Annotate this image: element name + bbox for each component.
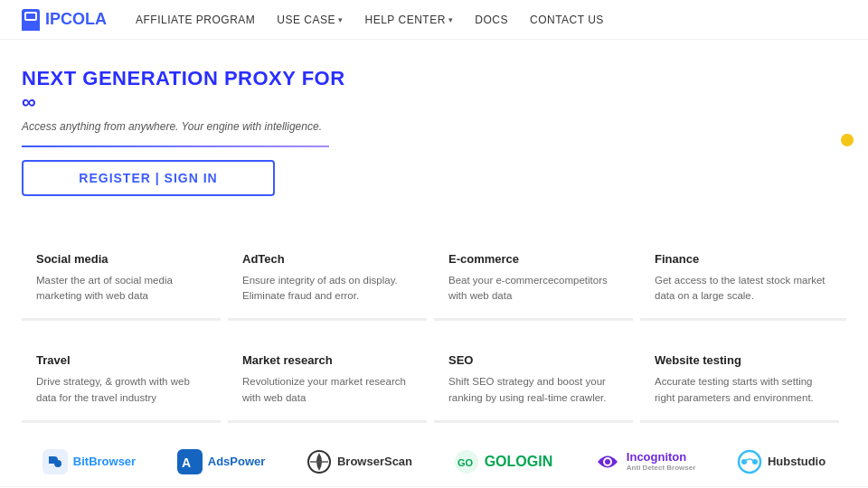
browserscan-icon [307,449,332,474]
nav-links: AFFILIATE PROGRAM USE CASE ▾ HELP CENTER… [136,13,604,26]
use-case-finance: Finance Get access to the latest stock m… [640,241,846,322]
register-sign-in-button[interactable]: REGISTER | SIGN IN [22,160,275,196]
use-case-travel: Travel Drive strategy, & growth with web… [22,343,221,423]
svg-point-8 [605,459,610,465]
svg-text:A: A [182,455,191,470]
use-case-seo: SEO Shift SEO strategy and boost your ra… [434,343,633,423]
use-case-market-research: Market research Revolutionize your marke… [228,343,427,423]
hero-underline [22,145,329,147]
partner-incogniton[interactable]: Incogniton Anti Detect Browser [594,448,695,475]
nav-usecase[interactable]: USE CASE ▾ [277,14,343,26]
svg-text:GO: GO [458,457,474,468]
partner-adspower[interactable]: A AdsPower [177,449,266,474]
hero-subtitle: Access anything from anywhere. Your engi… [22,120,358,133]
chevron-down-icon: ▾ [338,15,344,24]
nav-docs[interactable]: DOCS [475,13,508,26]
incogniton-icon [594,448,621,475]
svg-point-1 [54,460,61,467]
adspower-icon: A [177,449,203,474]
partner-hubstudio[interactable]: Hubstudio [737,449,826,474]
partner-gologin[interactable]: GO GOLOGIN [454,449,553,474]
use-cases-row1: Social media Master the art of social me… [0,223,868,340]
gologin-icon: GO [454,449,479,474]
use-case-adtech: AdTech Ensure integrity of ads on displa… [228,241,427,322]
bitbrowser-icon [42,449,68,474]
partners-row1: BitBrowser A AdsPower BrowserScan GO [0,437,868,487]
hero-title: NEXT GENERATION PROXY FOR ∞ [22,67,358,115]
nav-affiliate[interactable]: AFFILIATE PROGRAM [136,13,255,26]
nav-helpcenter[interactable]: HELP CENTER ▾ [365,14,454,26]
logo-text: IPCOLA [45,10,107,29]
use-case-social-media: Social media Master the art of social me… [22,241,221,322]
hero-infinity: ∞ [22,90,36,113]
nav-contact[interactable]: CONTACT US [530,13,604,26]
use-case-ecommerce: E-commerce Beat your e-commercecompetito… [434,241,633,322]
chevron-down-icon: ▾ [448,15,454,24]
hero-section: NEXT GENERATION PROXY FOR ∞ Access anyth… [0,40,380,214]
navbar: IPCOLA AFFILIATE PROGRAM USE CASE ▾ HELP… [0,0,868,40]
logo-icon [22,9,40,31]
partner-browserscan[interactable]: BrowserScan [307,449,412,474]
yellow-dot-icon [841,134,854,146]
hubstudio-icon [737,449,762,474]
use-cases-row2: Travel Drive strategy, & growth with web… [0,339,868,437]
use-case-website-testing: Website testing Accurate testing starts … [640,343,839,423]
logo[interactable]: IPCOLA [22,9,107,31]
partner-bitbrowser[interactable]: BitBrowser [42,449,136,474]
